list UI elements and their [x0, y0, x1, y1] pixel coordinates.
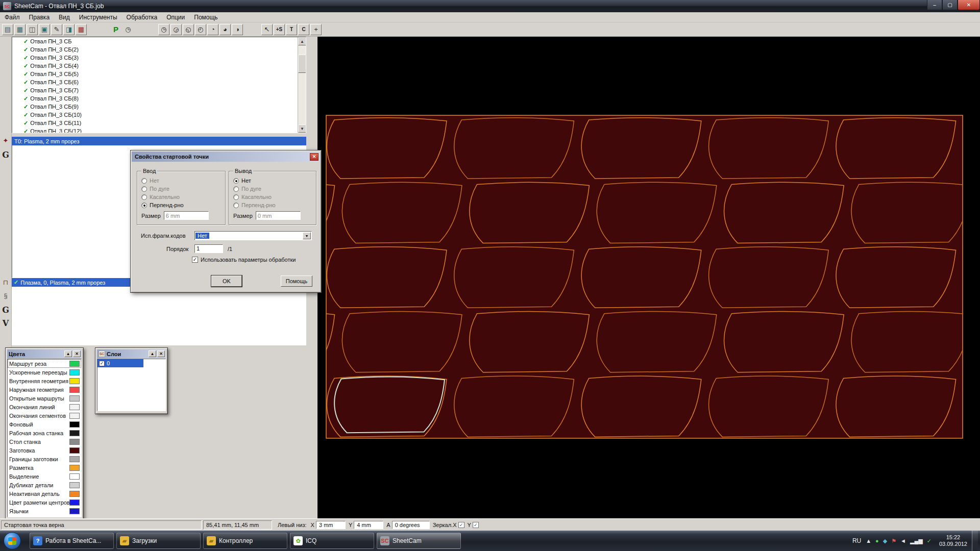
insert-start-point-icon[interactable]: +S — [274, 24, 285, 35]
color-row[interactable]: Ускоренные переезды — [8, 368, 81, 377]
break-contour-icon[interactable]: C — [298, 24, 309, 35]
close-button[interactable]: ✕ — [958, 0, 980, 10]
start-point-icon-3[interactable]: ◵ — [183, 24, 194, 35]
volume-icon[interactable]: ◄ — [900, 538, 906, 544]
color-swatch[interactable] — [69, 447, 80, 454]
task-button[interactable]: ▰Загрузки — [116, 533, 201, 549]
color-swatch[interactable] — [69, 439, 80, 445]
color-row[interactable]: Окончания линий — [8, 403, 81, 411]
color-row[interactable]: Цвет разметки центров — [8, 498, 81, 507]
maximize-button[interactable]: ▢ — [942, 0, 958, 10]
rollup-icon[interactable]: ▲ — [149, 350, 156, 357]
start-point-icon-7[interactable]: ◑ — [232, 24, 243, 35]
layer-check-icon[interactable]: ✓ — [99, 361, 105, 366]
eject-device-icon[interactable]: ✓ — [927, 538, 932, 544]
show-desktop-button[interactable] — [972, 531, 978, 551]
tree-row[interactable]: ✓Отвал ПН_3 СБ(4) — [12, 62, 306, 70]
color-swatch[interactable] — [69, 395, 80, 402]
minimize-button[interactable]: – — [927, 0, 942, 10]
task-button[interactable]: SCSheetCam — [377, 533, 461, 549]
radio-option[interactable]: Касательно — [137, 193, 225, 201]
radio-option[interactable]: Нет — [137, 177, 225, 185]
pan-icon[interactable]: + — [310, 24, 322, 35]
color-swatch[interactable] — [69, 508, 80, 514]
scroll-down-icon[interactable]: ▼ — [298, 124, 306, 133]
select-cursor-icon[interactable]: ↖ — [261, 24, 273, 35]
start-point-icon-6[interactable]: ◕ — [219, 24, 231, 35]
color-swatch[interactable] — [69, 361, 80, 367]
color-row[interactable]: Фоновый — [8, 420, 81, 429]
chevron-down-icon[interactable]: ▼ — [303, 232, 311, 239]
monitor-icon[interactable]: ▣ — [39, 24, 50, 35]
menu-item-3[interactable]: Инструменты — [75, 13, 122, 22]
tree-row[interactable]: ✓Отвал ПН_3 СБ(6) — [12, 78, 306, 86]
colors-window-titlebar[interactable]: Цвета ▲ ✕ — [7, 349, 82, 358]
network-icon[interactable]: ▂▄▆ — [910, 538, 923, 544]
close-icon[interactable]: ✕ — [73, 350, 81, 357]
x-offset-field[interactable]: 3 mm — [316, 521, 346, 529]
start-point-icon-4[interactable]: ◴ — [195, 24, 206, 35]
color-row[interactable]: Язычки — [8, 507, 81, 515]
language-indicator[interactable]: RU — [852, 537, 861, 544]
radio-option[interactable]: Нет — [229, 177, 316, 185]
y-offset-field[interactable]: 4 mm — [354, 521, 383, 529]
radio-option[interactable]: По дуге — [229, 185, 316, 193]
menu-item-1[interactable]: Правка — [24, 13, 55, 22]
menu-item-0[interactable]: Файл — [0, 13, 24, 22]
color-swatch[interactable] — [69, 413, 80, 419]
tree-row[interactable]: ✓Отвал ПН_3 СБ(2) — [12, 45, 306, 54]
hidden-icons-chevron[interactable]: ▲ — [866, 538, 871, 544]
layer-row[interactable]: ✓0 — [97, 359, 143, 367]
color-swatch[interactable] — [69, 369, 80, 375]
gcode-letter-g[interactable]: G — [0, 150, 11, 160]
tree-scrollbar[interactable]: ▲ ▼ — [298, 37, 306, 133]
update-shield-icon[interactable]: ◆ — [883, 538, 887, 544]
tool-header[interactable]: T0: Plasma, 2 mm прорез — [12, 137, 306, 145]
color-swatch[interactable] — [69, 421, 80, 428]
tree-row[interactable]: ✓Отвал ПН_3 СБ(7) — [12, 86, 306, 94]
ok-button[interactable]: OK — [211, 276, 242, 287]
output-size-field[interactable]: 0 mm — [256, 211, 301, 220]
task-button[interactable]: ▰Контроллер — [203, 533, 287, 549]
tree-row[interactable]: ✓Отвал ПН_3 СБ(8) — [12, 94, 306, 103]
frame-icon[interactable]: ◫ — [27, 24, 38, 35]
color-row[interactable]: Заготовка — [8, 446, 81, 455]
angle-field[interactable]: 0 degrees — [392, 521, 430, 529]
insert-tab-icon[interactable]: T — [286, 24, 297, 35]
start-point-icon-5[interactable]: ◔ — [207, 24, 218, 35]
tree-row[interactable]: ✓Отвал ПН_3 СБ — [12, 37, 306, 45]
color-row[interactable]: Дубликат детали — [8, 481, 81, 489]
color-row[interactable]: Границы заготовки — [8, 455, 81, 463]
rollup-icon[interactable]: ▲ — [64, 350, 72, 357]
view-letter-v[interactable]: V — [0, 318, 11, 328]
task-button[interactable]: ?Работа в SheetCa... — [30, 533, 114, 549]
menu-item-6[interactable]: Помощь — [189, 13, 222, 22]
color-swatch[interactable] — [69, 387, 80, 393]
layers-window-titlebar[interactable]: SC Слои ▲ ✕ — [97, 349, 166, 358]
start-point-icon-2[interactable]: ◶ — [170, 24, 182, 35]
color-swatch[interactable] — [69, 473, 80, 480]
close-icon[interactable]: ✕ — [157, 350, 165, 357]
color-swatch[interactable] — [69, 491, 80, 497]
color-swatch[interactable] — [69, 378, 80, 384]
radio-option[interactable]: Касательно — [229, 193, 316, 201]
sheet[interactable] — [326, 115, 963, 438]
color-row[interactable]: Окончания сегментов — [8, 411, 81, 420]
torch-icon[interactable]: ✦ — [0, 137, 11, 144]
clock[interactable]: 15:22 03.09.2012 — [939, 534, 967, 547]
bolt-icon[interactable]: § — [0, 292, 11, 299]
color-row[interactable]: Внутренняя геометрия — [8, 377, 81, 385]
menu-item-5[interactable]: Опции — [162, 13, 189, 22]
mirror-x-checkbox[interactable]: ✓ — [458, 522, 464, 528]
color-row[interactable]: Открытые маршруты — [8, 394, 81, 403]
help-button[interactable]: Помощь — [281, 276, 312, 287]
color-swatch[interactable] — [69, 465, 80, 471]
color-swatch[interactable] — [69, 499, 80, 506]
tree-row[interactable]: ✓Отвал ПН_3 СБ(5) — [12, 70, 306, 78]
color-row[interactable]: Выделение — [8, 472, 81, 481]
grid-icon[interactable]: ▦ — [76, 24, 87, 35]
color-swatch[interactable] — [69, 430, 80, 436]
checkbox-checked-icon[interactable]: ✓ — [192, 257, 198, 263]
use-operation-params-row[interactable]: ✓ Использовать параметры обработки — [192, 257, 296, 263]
clamp-icon[interactable]: ⊓ — [0, 279, 11, 286]
